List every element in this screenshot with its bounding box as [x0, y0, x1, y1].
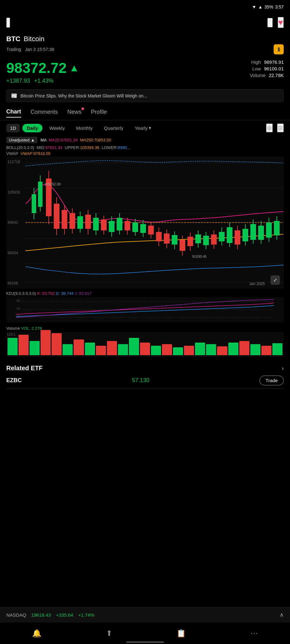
svg-rect-49: [140, 224, 146, 233]
news-ticker[interactable]: 📰 Bitcoin Price Slips. Why the Stock Mar…: [6, 89, 284, 102]
nasdaq-change: +335.64: [56, 612, 73, 618]
news-ticker-text: Bitcoin Price Slips. Why the Stock Marke…: [20, 93, 147, 98]
coin-info: BTC Bitcoin Trading Jan 3 15:57:38 ₿: [0, 31, 290, 57]
svg-rect-58: [164, 234, 170, 244]
chart-layout-btn[interactable]: ⊞: [277, 124, 284, 132]
bottom-nav: 🔔 ⬆ 📋 ⋯: [0, 622, 290, 644]
btn-daily[interactable]: Daily: [22, 124, 42, 132]
volume-bar: [19, 335, 29, 355]
svg-rect-22: [70, 213, 75, 229]
svg-rect-73: [203, 236, 209, 245]
coin-icon: ₿: [274, 44, 284, 54]
svg-rect-85: [235, 230, 240, 245]
boll-upper: 105394.36: [80, 145, 99, 150]
chart-canvas: 108252.00 91530.45: [25, 157, 284, 289]
vol-label: VOL:: [21, 326, 31, 331]
price-value: 98372.72: [6, 59, 67, 76]
volume-bar: [195, 343, 205, 355]
svg-rect-31: [93, 218, 99, 230]
coin-name: Bitcoin: [24, 35, 44, 43]
volume-bar: [30, 341, 40, 355]
chart-expand-btn[interactable]: ⤢: [270, 275, 280, 285]
coin-trading-info: Trading Jan 3 15:57:38: [6, 47, 54, 52]
vol-value: 2.278: [31, 326, 42, 331]
low-value: 96100.01: [264, 66, 284, 71]
coin-datetime: Jan 3 15:57:38: [25, 47, 54, 52]
volume-bar: [63, 344, 73, 355]
search-button[interactable]: ⌕: [267, 18, 273, 27]
svg-rect-76: [211, 234, 217, 245]
btn-monthly[interactable]: Monthly: [72, 124, 97, 132]
nav-alerts[interactable]: 🔔: [26, 626, 48, 640]
kdj-j-value: 83.617: [79, 291, 92, 296]
nav-share[interactable]: ⬆: [100, 626, 119, 640]
status-bar: ▼ ▲ 35% 3:57: [0, 0, 290, 14]
boll-lower: 8990...: [118, 145, 131, 150]
svg-rect-19: [62, 210, 67, 229]
btn-quarterly[interactable]: Quarterly: [99, 124, 128, 132]
wifi-icon: ▼: [252, 4, 256, 9]
svg-rect-37: [109, 221, 114, 232]
volume-bar: [129, 338, 139, 355]
nav-calendar[interactable]: 📋: [170, 626, 192, 640]
trade-button[interactable]: Trade: [259, 376, 284, 385]
svg-rect-67: [187, 237, 193, 246]
unadjusted-indicator[interactable]: Unadjusted ▲: [6, 137, 37, 143]
volume-section: Volume VOL: 2.278 110.1: [0, 323, 290, 358]
volume-bar: [239, 341, 249, 355]
tab-comments[interactable]: Comments: [31, 109, 58, 117]
price-stat-high: High 98976.91: [251, 59, 284, 65]
coin-title-row: BTC Bitcoin: [6, 35, 284, 43]
kdj-k-value: 53.702: [42, 291, 55, 296]
svg-rect-91: [250, 224, 256, 240]
kdj-k-label: K:: [37, 291, 41, 296]
ma20-value: MA20:97651.34: [49, 138, 78, 142]
news-ticker-icon: 📰: [11, 93, 17, 99]
coin-meta: Trading Jan 3 15:57:38 ₿: [6, 44, 284, 54]
calendar-icon: 📋: [176, 629, 186, 638]
header-right: ⌕ ♥: [267, 17, 284, 28]
price-change-abs: +1387.93: [6, 78, 30, 84]
alerts-icon: 🔔: [32, 629, 42, 638]
back-button[interactable]: ‹: [6, 18, 10, 28]
favorite-button[interactable]: ♥: [278, 17, 284, 28]
volume-bar: [52, 333, 62, 355]
btn-yearly[interactable]: Yearly ▾: [130, 124, 156, 132]
etf-row: EZBC 57.130 Trade: [6, 376, 284, 385]
tab-chart[interactable]: Chart: [6, 108, 21, 118]
chart-y-labels: 111718 105830 99942 94054 88166: [6, 157, 25, 289]
status-icons: ▼ ▲ 35% 3:57: [252, 4, 284, 9]
price-left: 98372.72 ▲ +1387.93 +1.43%: [6, 59, 215, 84]
volume-bar: [151, 346, 161, 355]
nav-more[interactable]: ⋯: [244, 626, 264, 640]
tab-news[interactable]: News: [67, 109, 81, 117]
btn-weekly[interactable]: Weekly: [45, 124, 69, 132]
price-stat-volume: Volume 22.78K: [250, 73, 284, 78]
news-badge: [81, 107, 84, 110]
volume-bar: [184, 346, 194, 355]
nasdaq-pct: +1.74%: [78, 612, 94, 618]
kdj-d-label: D:: [56, 291, 60, 296]
svg-rect-34: [101, 219, 107, 230]
svg-rect-16: [54, 204, 59, 229]
svg-rect-46: [132, 223, 138, 232]
volume-bar: [250, 344, 260, 355]
svg-rect-100: [274, 221, 280, 235]
volume-chart-wrapper: 110.1: [6, 332, 284, 357]
btn-1d[interactable]: 1D: [6, 124, 20, 132]
volume-bar: [8, 338, 18, 355]
kdj-j-label: J:: [75, 291, 78, 296]
price-right: High 98976.91 Low 96100.01 Volume 22.78K: [215, 59, 284, 78]
coin-ticker: BTC: [6, 35, 20, 43]
tab-profile[interactable]: Profile: [91, 109, 107, 117]
chart-icon-group: ⊕ ⊞: [266, 124, 284, 132]
chart-crosshair-btn[interactable]: ⊕: [266, 124, 273, 132]
svg-rect-43: [125, 221, 130, 230]
related-etf-arrow-icon[interactable]: ›: [282, 365, 284, 372]
bottom-ticker: NASDAQ 19616.43 +335.64 +1.74% ∧: [0, 607, 290, 622]
nasdaq-label: NASDAQ: [6, 612, 26, 618]
header: ‹ ⌕ ♥: [0, 14, 290, 31]
nasdaq-collapse-btn[interactable]: ∧: [280, 611, 284, 618]
svg-rect-61: [172, 235, 177, 245]
more-icon: ⋯: [250, 629, 258, 638]
